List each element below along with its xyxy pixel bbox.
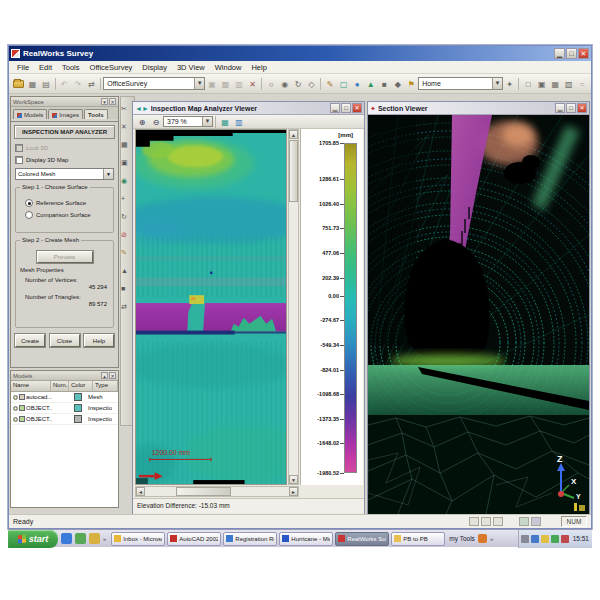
undo-icon[interactable]: ↶ bbox=[58, 77, 72, 91]
pin-icon[interactable]: ▾ bbox=[101, 98, 108, 105]
open-folder-icon[interactable] bbox=[13, 80, 24, 88]
zoom-in-icon[interactable]: ⊕ bbox=[135, 115, 149, 129]
tray-volume-icon[interactable] bbox=[521, 535, 529, 543]
models-panel-titlebar[interactable]: Models ▴ ✕ bbox=[11, 371, 118, 381]
maximize-icon[interactable] bbox=[566, 103, 576, 113]
minimize-icon[interactable] bbox=[555, 103, 565, 113]
layers-icon[interactable]: ▥ bbox=[232, 115, 246, 129]
models-table-header[interactable]: Name Num... Color Type bbox=[11, 381, 118, 392]
tray-update-icon[interactable] bbox=[541, 535, 549, 543]
fit-view-icon[interactable]: ▦ bbox=[218, 115, 232, 129]
wave-icon[interactable]: ≈ bbox=[575, 77, 589, 91]
square-icon[interactable]: ■ bbox=[378, 77, 392, 91]
chevron-down-icon[interactable]: ▼ bbox=[202, 117, 212, 126]
layout-single-icon[interactable] bbox=[469, 517, 479, 526]
close-button[interactable]: Close bbox=[50, 334, 80, 347]
tab-images[interactable]: Images bbox=[48, 109, 83, 119]
menu-file[interactable]: File bbox=[12, 63, 34, 72]
map-vertical-scrollbar[interactable]: ▲ ▼ bbox=[288, 129, 299, 485]
save-icon[interactable]: ▦ bbox=[26, 77, 40, 91]
cube-icon[interactable]: ■ bbox=[121, 285, 125, 292]
sync-status-icon[interactable] bbox=[519, 517, 529, 526]
taskbar-task-realworks[interactable]: RealWorks Survey bbox=[335, 532, 389, 546]
app-titlebar[interactable]: RealWorks Survey bbox=[9, 46, 591, 61]
scrollbar-thumb[interactable] bbox=[176, 487, 231, 496]
tray-antivirus-icon[interactable] bbox=[551, 535, 559, 543]
table-row[interactable]: OBJECT... Inspectio bbox=[11, 414, 118, 425]
edit-icon[interactable]: ✎ bbox=[323, 77, 337, 91]
pyramid-icon[interactable]: ▲ bbox=[364, 77, 378, 91]
mytools-toolbar[interactable]: my Tools » bbox=[449, 534, 496, 543]
cube-icon[interactable]: ▢ bbox=[337, 77, 351, 91]
display-3d-map-checkbox-row[interactable]: Display 3D Map bbox=[15, 156, 114, 164]
add-icon[interactable]: + bbox=[121, 195, 125, 202]
internet-explorer-icon[interactable] bbox=[61, 533, 72, 544]
taskbar-task-folder[interactable]: PB to PB bbox=[391, 532, 445, 546]
visibility-icon[interactable] bbox=[13, 395, 18, 400]
map-horizontal-scrollbar[interactable]: ◄ ► bbox=[135, 486, 299, 497]
rotate-icon[interactable]: ↻ bbox=[121, 213, 127, 220]
inspection-map-canvas[interactable]: 1200.00 mm bbox=[135, 129, 287, 485]
close-icon[interactable] bbox=[577, 103, 587, 113]
reference-surface-radio-row[interactable]: Reference Surface bbox=[25, 199, 108, 207]
menu-window[interactable]: Window bbox=[210, 63, 247, 72]
scroll-down-icon[interactable]: ▼ bbox=[289, 475, 298, 484]
flag-icon[interactable]: ⚑ bbox=[405, 77, 419, 91]
close-icon[interactable] bbox=[578, 48, 589, 59]
disable-icon[interactable]: ⊘ bbox=[121, 231, 127, 238]
layout-split-icon[interactable] bbox=[481, 517, 491, 526]
close-icon[interactable] bbox=[352, 103, 362, 113]
zoom-level-combobox[interactable]: 379 % ▼ bbox=[163, 116, 213, 127]
comparison-surface-radio-row[interactable]: Comparison Surface bbox=[25, 211, 108, 219]
rotate-icon[interactable]: ↻ bbox=[291, 77, 305, 91]
home-combobox[interactable]: Home ▼ bbox=[418, 77, 503, 90]
scrollbar-thumb[interactable] bbox=[289, 140, 298, 202]
link-status-icon[interactable] bbox=[531, 517, 541, 526]
quick-launch-icon[interactable] bbox=[89, 533, 100, 544]
workspace-panel-titlebar[interactable]: WorkSpace ▾ ✕ bbox=[11, 97, 118, 107]
new-window-icon[interactable]: □ bbox=[521, 77, 535, 91]
diamond-icon[interactable]: ◇ bbox=[305, 77, 319, 91]
checkbox-icon[interactable] bbox=[15, 144, 23, 152]
hatch-icon[interactable]: ▩ bbox=[219, 77, 233, 91]
chevron-down-icon[interactable]: ▼ bbox=[492, 78, 502, 89]
close-icon[interactable]: ✕ bbox=[109, 372, 116, 379]
star-icon[interactable]: ✦ bbox=[503, 77, 517, 91]
maximize-icon[interactable] bbox=[341, 103, 351, 113]
tile-horizontal-icon[interactable]: ▦ bbox=[548, 77, 562, 91]
section-3d-viewport[interactable]: Z X Y bbox=[368, 115, 589, 514]
maximize-icon[interactable] bbox=[566, 48, 577, 59]
radio-icon[interactable] bbox=[25, 199, 33, 207]
visibility-icon[interactable] bbox=[13, 406, 18, 411]
mesh-icon[interactable]: ▣ bbox=[121, 159, 128, 166]
taskbar-task-registration[interactable]: Registration Rep... bbox=[223, 532, 277, 546]
close-icon[interactable]: ✕ bbox=[109, 98, 116, 105]
tab-tools[interactable]: Tools bbox=[84, 109, 108, 119]
delete-icon[interactable]: ✕ bbox=[121, 123, 127, 130]
taskbar-task-hurricane[interactable]: Hurricane - Micro... bbox=[279, 532, 333, 546]
mesh-grid-icon[interactable]: ▣ bbox=[205, 77, 219, 91]
pin-icon[interactable]: ▴ bbox=[101, 372, 108, 379]
edit-icon[interactable]: ✎ bbox=[121, 249, 127, 256]
tray-status-icon[interactable] bbox=[561, 535, 569, 543]
sphere-icon[interactable]: ● bbox=[350, 77, 364, 91]
overflow-chevron-icon[interactable]: » bbox=[103, 536, 106, 542]
taskbar-task-autocad[interactable]: AutoCAD 2002 bbox=[167, 532, 221, 546]
zoom-out-icon[interactable]: ⊖ bbox=[149, 115, 163, 129]
preview-button[interactable]: Preview bbox=[37, 251, 93, 263]
chevron-down-icon[interactable]: ▼ bbox=[194, 78, 204, 89]
start-button[interactable]: start bbox=[8, 530, 58, 548]
table-row[interactable]: OBJECT... Inspectio bbox=[11, 403, 118, 414]
tray-network-icon[interactable] bbox=[531, 535, 539, 543]
menu-officesurvey[interactable]: OfficeSurvey bbox=[85, 63, 138, 72]
lock-3d-checkbox-row[interactable]: Lock 3D bbox=[15, 144, 114, 152]
menu-tools[interactable]: Tools bbox=[57, 63, 85, 72]
gem-icon[interactable]: ◆ bbox=[391, 77, 405, 91]
overflow-chevron-icon[interactable]: » bbox=[490, 536, 493, 542]
sync-icon[interactable]: ⇄ bbox=[85, 77, 99, 91]
cut-icon[interactable]: ✂ bbox=[121, 105, 127, 112]
tab-models[interactable]: Models bbox=[13, 109, 47, 119]
menu-3dview[interactable]: 3D View bbox=[172, 63, 210, 72]
create-button[interactable]: Create bbox=[15, 334, 45, 347]
delete-icon[interactable]: ✕ bbox=[246, 77, 260, 91]
